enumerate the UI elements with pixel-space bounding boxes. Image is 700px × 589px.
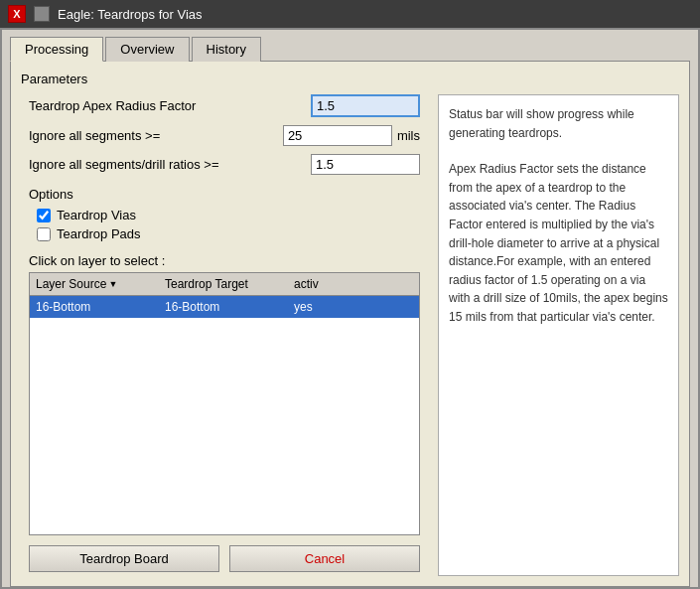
teardrop-pads-checkbox[interactable] <box>37 227 51 241</box>
main-split: Teardrop Apex Radius Factor Ignore all s… <box>21 94 679 576</box>
main-window: Processing Overview History Parameters T… <box>0 28 700 589</box>
app-icon <box>34 6 50 22</box>
ignore-segments-input[interactable] <box>283 125 392 146</box>
info-panel: Status bar will show progress while gene… <box>438 94 679 576</box>
layer-table: Layer Source ▼ Teardrop Target activ 16-… <box>29 272 420 535</box>
tab-history[interactable]: History <box>192 37 261 62</box>
info-text-2: Apex Radius Factor sets the distance fro… <box>449 160 668 326</box>
tab-processing[interactable]: Processing <box>10 37 103 62</box>
table-row[interactable]: 16-Bottom 16-Bottom yes <box>30 296 419 318</box>
bottom-buttons: Teardrop Board Cancel <box>29 545 420 572</box>
ignore-ratios-row: Ignore all segments/drill ratios >= <box>21 154 428 175</box>
teardrop-vias-label: Teardrop Vias <box>57 208 136 222</box>
content-area: Parameters Teardrop Apex Radius Factor I… <box>10 61 690 587</box>
ignore-segments-unit: mils <box>397 128 420 143</box>
cell-source: 16-Bottom <box>30 299 159 315</box>
cell-active: yes <box>288 299 419 315</box>
cancel-button[interactable]: Cancel <box>229 545 420 572</box>
parameters-label: Parameters <box>21 72 679 86</box>
tab-overview[interactable]: Overview <box>105 37 189 62</box>
window-title: Eagle: Teardrops for Vias <box>58 7 203 22</box>
cell-target: 16-Bottom <box>159 299 288 315</box>
teardrop-vias-row: Teardrop Vias <box>21 208 428 222</box>
col-header-source[interactable]: Layer Source ▼ <box>30 275 159 293</box>
teardrop-pads-label: Teardrop Pads <box>57 226 141 241</box>
apex-radius-label: Teardrop Apex Radius Factor <box>29 98 311 113</box>
sort-arrow-icon: ▼ <box>108 279 117 289</box>
ignore-segments-row: Ignore all segments >= mils <box>21 125 428 146</box>
ignore-ratios-label: Ignore all segments/drill ratios >= <box>29 157 311 172</box>
col-header-active[interactable]: activ <box>288 275 419 293</box>
apex-radius-input[interactable] <box>311 94 420 117</box>
click-layer-label: Click on layer to select : <box>29 253 420 268</box>
table-body: 16-Bottom 16-Bottom yes <box>30 296 419 455</box>
apex-radius-row: Teardrop Apex Radius Factor <box>21 94 428 117</box>
close-button[interactable]: X <box>8 5 26 23</box>
col-header-target[interactable]: Teardrop Target <box>159 275 288 293</box>
tab-bar: Processing Overview History <box>2 30 698 61</box>
left-panel: Teardrop Apex Radius Factor Ignore all s… <box>21 94 428 576</box>
ignore-ratios-input[interactable] <box>311 154 420 175</box>
layer-table-header: Layer Source ▼ Teardrop Target activ <box>30 273 419 296</box>
title-bar: X Eagle: Teardrops for Vias <box>0 0 700 28</box>
teardrop-board-button[interactable]: Teardrop Board <box>29 545 219 572</box>
info-text-1: Status bar will show progress while gene… <box>449 105 668 142</box>
teardrop-vias-checkbox[interactable] <box>37 209 51 222</box>
teardrop-pads-row: Teardrop Pads <box>21 226 428 241</box>
ignore-segments-label: Ignore all segments >= <box>29 128 283 143</box>
options-label: Options <box>29 187 420 202</box>
